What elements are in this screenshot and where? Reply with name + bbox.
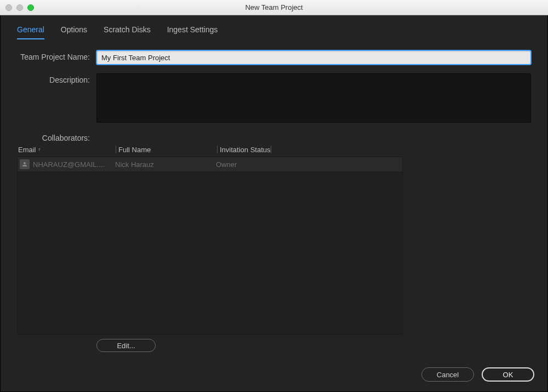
project-name-label: Team Project Name: <box>17 50 96 61</box>
description-input[interactable] <box>96 73 531 123</box>
project-name-row: Team Project Name: <box>17 50 531 65</box>
column-header-status[interactable]: Invitation Status <box>220 146 271 154</box>
tab-scratch-disks[interactable]: Scratch Disks <box>104 25 151 39</box>
sort-arrow-icon: ↑ <box>38 147 41 152</box>
footer: Cancel OK <box>1 358 547 391</box>
cell-email-text: NHARAUZ@GMAIL.... <box>33 160 105 169</box>
collaborators-list: NHARAUZ@GMAIL.... Nick Harauz Owner <box>17 157 403 335</box>
edit-row: Edit... <box>17 339 531 352</box>
ok-button[interactable]: OK <box>482 367 534 382</box>
cell-email: NHARAUZ@GMAIL.... <box>20 159 115 169</box>
tab-options[interactable]: Options <box>61 25 87 39</box>
column-divider <box>217 146 218 153</box>
tab-general[interactable]: General <box>17 25 44 39</box>
description-label: Description: <box>17 73 96 84</box>
collaborators-header: Email ↑ Full Name Invitation Status <box>17 142 403 157</box>
column-email-text: Email <box>18 146 36 154</box>
column-divider <box>271 146 271 153</box>
tab-bar: General Options Scratch Disks Ingest Set… <box>1 15 547 39</box>
edit-button[interactable]: Edit... <box>96 339 156 352</box>
titlebar: New Team Project <box>0 0 548 15</box>
window-body: General Options Scratch Disks Ingest Set… <box>0 15 548 392</box>
cell-fullname: Nick Harauz <box>115 160 216 169</box>
maximize-window-button[interactable] <box>27 4 34 11</box>
collaborator-row[interactable]: NHARAUZ@GMAIL.... Nick Harauz Owner <box>18 157 402 171</box>
content-area: Team Project Name: Description: Collabor… <box>1 39 547 358</box>
cell-status: Owner <box>216 160 402 169</box>
minimize-window-button[interactable] <box>16 4 23 11</box>
window-title: New Team Project <box>245 3 302 11</box>
column-divider <box>116 146 116 153</box>
column-header-email[interactable]: Email ↑ <box>18 146 116 154</box>
description-row: Description: <box>17 73 531 123</box>
traffic-lights <box>0 4 34 11</box>
collaborators-row: Collaborators: Email ↑ Full Name Invitat… <box>17 131 531 335</box>
close-window-button[interactable] <box>5 4 12 11</box>
tab-ingest-settings[interactable]: Ingest Settings <box>167 25 218 39</box>
cancel-button[interactable]: Cancel <box>421 367 474 382</box>
column-header-fullname[interactable]: Full Name <box>118 146 217 154</box>
user-icon <box>20 159 30 169</box>
collaborators-label: Collaborators: <box>17 131 96 142</box>
project-name-input[interactable] <box>96 50 531 65</box>
